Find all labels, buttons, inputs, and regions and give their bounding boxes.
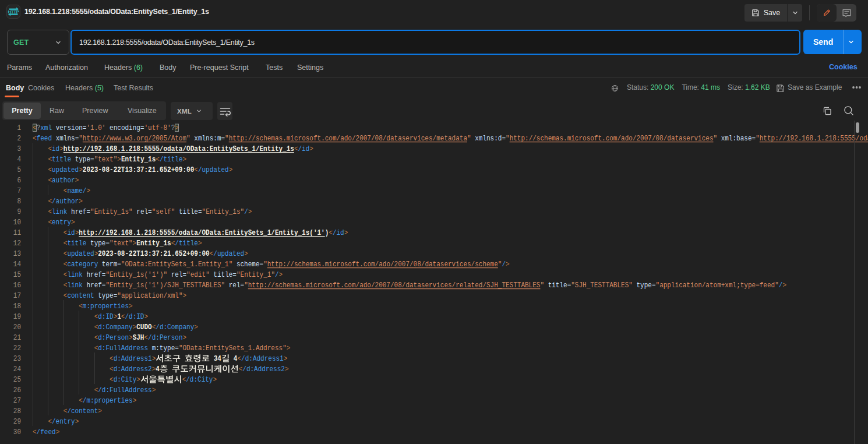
svg-text:HTTP: HTTP bbox=[8, 9, 19, 15]
